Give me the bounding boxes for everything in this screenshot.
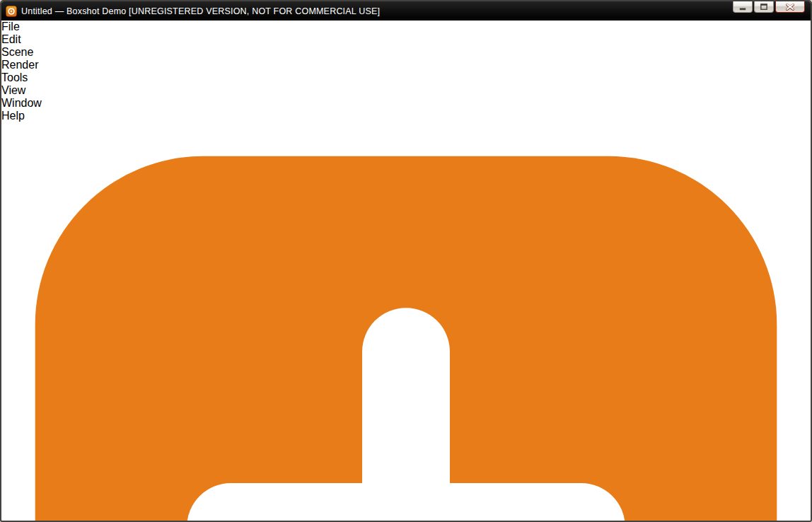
titlebar: Untitled — Boxshot Demo [UNREGISTERED VE…	[1, 1, 811, 21]
maximize-icon	[755, 1, 773, 13]
toolbar-group-panels	[1, 122, 811, 522]
close-icon	[776, 1, 804, 13]
menu-item-render[interactable]: Render	[1, 59, 811, 71]
app-window: Untitled — Boxshot Demo [UNREGISTERED VE…	[0, 0, 812, 522]
toolbar-button-add-shape[interactable]	[1, 122, 811, 522]
menu-bar: FileEditSceneRenderToolsViewWindowHelp	[1, 21, 811, 122]
menu-item-tools[interactable]: Tools	[1, 71, 811, 84]
menu-item-help[interactable]: Help	[1, 110, 811, 122]
toolbar	[1, 122, 811, 522]
menu-item-edit[interactable]: Edit	[1, 33, 811, 46]
menu-item-file[interactable]: File	[1, 21, 811, 33]
app-icon	[6, 6, 17, 17]
add-shape-icon	[1, 122, 811, 522]
close-button[interactable]	[775, 1, 805, 13]
maximize-button[interactable]	[754, 1, 774, 13]
menu-item-window[interactable]: Window	[1, 97, 811, 110]
window-controls	[733, 1, 805, 13]
minimize-icon	[733, 1, 752, 13]
window-title: Untitled — Boxshot Demo [UNREGISTERED VE…	[21, 6, 380, 16]
minimize-button[interactable]	[733, 1, 753, 13]
menu-item-scene[interactable]: Scene	[1, 46, 811, 59]
menu-item-view[interactable]: View	[1, 84, 811, 97]
